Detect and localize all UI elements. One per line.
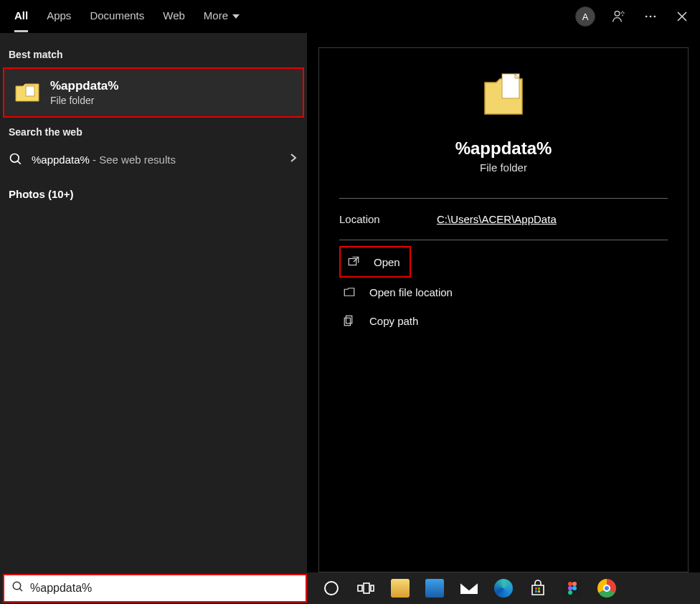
svg-rect-8 bbox=[346, 316, 352, 324]
tab-web[interactable]: Web bbox=[163, 1, 185, 32]
svg-rect-16 bbox=[538, 588, 540, 590]
svg-point-2 bbox=[650, 16, 652, 18]
svg-rect-12 bbox=[358, 585, 362, 591]
result-subtitle: File folder bbox=[50, 95, 118, 106]
svg-rect-18 bbox=[538, 590, 540, 593]
chevron-down-icon bbox=[232, 9, 240, 22]
figma-icon[interactable] bbox=[561, 577, 584, 600]
detail-title: %appdata% bbox=[339, 138, 668, 159]
tab-more-label: More bbox=[204, 9, 228, 22]
action-open-label: Open bbox=[374, 256, 400, 268]
web-search-text: %appdata% - See web results bbox=[32, 154, 280, 166]
web-search-term: %appdata% bbox=[32, 154, 90, 166]
search-header: All Apps Documents Web More A bbox=[0, 0, 700, 33]
svg-point-11 bbox=[325, 582, 338, 595]
best-match-text: %appdata% File folder bbox=[50, 79, 118, 106]
cortana-icon[interactable] bbox=[320, 577, 343, 600]
edge-icon[interactable] bbox=[492, 577, 515, 600]
file-explorer-icon[interactable] bbox=[389, 577, 412, 600]
result-title: %appdata% bbox=[50, 79, 118, 93]
svg-point-20 bbox=[572, 582, 577, 586]
chevron-right-icon bbox=[288, 153, 298, 166]
search-icon bbox=[9, 152, 23, 166]
folder-open-icon bbox=[342, 285, 356, 299]
svg-rect-13 bbox=[364, 583, 369, 593]
svg-rect-4 bbox=[26, 86, 34, 96]
taskbar bbox=[0, 572, 700, 604]
task-view-icon[interactable] bbox=[354, 577, 377, 600]
header-right-icons: A bbox=[575, 6, 694, 27]
filter-tabs: All Apps Documents Web More bbox=[0, 0, 240, 33]
svg-point-5 bbox=[11, 154, 19, 163]
search-web-header: Search the web bbox=[0, 118, 307, 145]
close-icon[interactable] bbox=[674, 9, 690, 24]
taskbar-tray bbox=[310, 577, 700, 600]
tab-documents[interactable]: Documents bbox=[90, 1, 144, 32]
web-search-result[interactable]: %appdata% - See web results bbox=[0, 145, 307, 174]
best-match-result[interactable]: %appdata% File folder bbox=[3, 67, 304, 118]
svg-point-0 bbox=[615, 11, 620, 16]
results-column: Best match %appdata% File folder Search … bbox=[0, 33, 307, 572]
location-row: Location C:\Users\ACER\AppData bbox=[339, 198, 668, 240]
avatar[interactable]: A bbox=[575, 6, 595, 27]
svg-point-19 bbox=[568, 582, 572, 586]
search-icon bbox=[11, 580, 24, 596]
folder-large-icon bbox=[482, 68, 525, 123]
action-open-location-label: Open file location bbox=[369, 286, 453, 298]
photos-header[interactable]: Photos (10+) bbox=[0, 174, 307, 207]
web-search-suffix: - See web results bbox=[90, 154, 176, 166]
detail-column: %appdata% File folder Location C:\Users\… bbox=[307, 33, 700, 572]
settings-app-icon[interactable] bbox=[423, 577, 446, 600]
feedback-icon[interactable] bbox=[611, 9, 627, 24]
main-area: Best match %appdata% File folder Search … bbox=[0, 33, 700, 572]
action-copy-path[interactable]: Copy path bbox=[339, 306, 668, 335]
svg-point-1 bbox=[645, 16, 648, 18]
best-match-header: Best match bbox=[0, 40, 307, 67]
detail-subtitle: File folder bbox=[339, 161, 668, 174]
mail-icon[interactable] bbox=[458, 577, 481, 600]
tab-more[interactable]: More bbox=[204, 1, 240, 32]
action-copy-path-label: Copy path bbox=[369, 315, 418, 327]
taskbar-search[interactable] bbox=[3, 574, 307, 603]
svg-rect-14 bbox=[371, 585, 374, 591]
svg-rect-7 bbox=[349, 259, 356, 265]
svg-point-23 bbox=[568, 590, 572, 595]
svg-rect-9 bbox=[344, 318, 350, 326]
tab-all[interactable]: All bbox=[14, 1, 28, 32]
folder-icon bbox=[14, 82, 40, 103]
svg-rect-15 bbox=[535, 588, 537, 590]
open-icon bbox=[346, 255, 361, 269]
action-open-location[interactable]: Open file location bbox=[339, 278, 668, 306]
tab-apps[interactable]: Apps bbox=[47, 1, 71, 32]
location-label: Location bbox=[339, 213, 437, 225]
svg-point-22 bbox=[572, 586, 577, 590]
svg-point-21 bbox=[568, 586, 572, 590]
more-options-icon[interactable] bbox=[643, 9, 658, 24]
svg-point-3 bbox=[654, 16, 656, 18]
detail-actions: Open Open file location Copy path bbox=[339, 246, 668, 335]
detail-card: %appdata% File folder Location C:\Users\… bbox=[318, 47, 689, 572]
taskbar-search-input[interactable] bbox=[30, 582, 306, 595]
chrome-icon[interactable] bbox=[595, 577, 618, 600]
action-open[interactable]: Open bbox=[339, 246, 411, 278]
copy-icon bbox=[342, 313, 356, 328]
location-value[interactable]: C:\Users\ACER\AppData bbox=[437, 213, 557, 225]
svg-rect-17 bbox=[535, 590, 537, 593]
store-icon[interactable] bbox=[526, 577, 549, 600]
svg-point-10 bbox=[13, 582, 21, 590]
